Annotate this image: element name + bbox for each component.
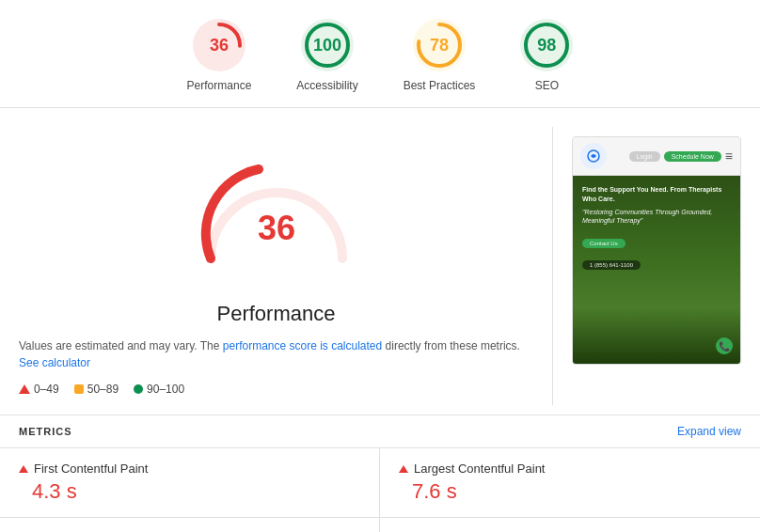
score-value-accessibility: 100 (313, 36, 341, 55)
legend-circle-green (134, 384, 143, 394)
perf-score-link[interactable]: performance score is calculated (223, 339, 382, 352)
metric-lcp: Largest Contentful Paint 7.6 s (380, 448, 760, 518)
score-label-seo: SEO (535, 79, 559, 92)
metric-fcp-name: First Contentful Paint (34, 462, 148, 476)
score-value-best-practices: 78 (430, 36, 449, 55)
metric-fcp-header: First Contentful Paint (19, 462, 360, 476)
metric-cls: Cumulative Layout Shift 0 (380, 518, 760, 532)
metrics-section: METRICS Expand view First Contentful Pai… (0, 415, 760, 532)
score-circle-accessibility: 100 (301, 19, 354, 71)
performance-description: Values are estimated and may vary. The p… (19, 337, 533, 371)
expand-view-button[interactable]: Expand view (677, 425, 741, 438)
legend-item-high: 90–100 (134, 383, 184, 396)
score-card-best-practices[interactable]: 78 Best Practices (404, 19, 476, 92)
nav-schedule: Schedule Now (664, 151, 721, 162)
svg-text:36: 36 (257, 209, 294, 247)
metric-lcp-value: 7.6 s (412, 479, 741, 504)
nav-login: Login (629, 151, 660, 162)
calculator-link[interactable]: See calculator (19, 356, 90, 369)
legend-range-mid: 50–89 (87, 383, 119, 396)
screenshot-nav: Login Schedule Now ≡ (629, 149, 733, 164)
score-value-seo: 98 (537, 36, 556, 55)
overlay-quote: "Restoring Communities Through Grounded,… (582, 208, 731, 225)
metrics-header: METRICS Expand view (0, 415, 760, 447)
main-content: 36 Performance Values are estimated and … (0, 108, 760, 405)
gauge-container: 36 (19, 136, 533, 287)
metric-tbt: Total Blocking Time 1,790 ms (0, 518, 380, 532)
score-label-accessibility: Accessibility (296, 79, 357, 92)
score-cards-row: 36 Performance 100 Accessibility 78 Best… (0, 0, 760, 108)
score-value-performance: 36 (210, 36, 229, 55)
score-circle-best-practices: 78 (413, 19, 466, 71)
site-logo (580, 143, 607, 169)
metric-lcp-icon (399, 465, 408, 473)
metric-lcp-header: Largest Contentful Paint (399, 462, 741, 476)
overlay-cta: Contact Us (582, 239, 625, 248)
legend-item-low: 0–49 (19, 383, 59, 396)
metric-fcp: First Contentful Paint 4.3 s (0, 448, 380, 518)
metrics-title: METRICS (19, 426, 72, 437)
screenshot-image: Find the Support You Need. From Therapis… (573, 176, 740, 364)
legend-triangle-red (19, 384, 30, 394)
performance-title: Performance (19, 302, 533, 326)
legend-range-low: 0–49 (34, 383, 59, 396)
score-label-best-practices: Best Practices (404, 79, 476, 92)
metric-fcp-icon (19, 465, 28, 473)
phone-float-icon: 📞 (716, 337, 733, 354)
right-panel: Login Schedule Now ≡ Find the Support Yo… (553, 127, 760, 405)
score-circle-performance: 36 (193, 19, 245, 71)
overlay-title: Find the Support You Need. From Therapis… (582, 185, 731, 204)
metrics-grid: First Contentful Paint 4.3 s Largest Con… (0, 447, 760, 532)
metric-lcp-name: Largest Contentful Paint (414, 462, 545, 476)
metric-fcp-value: 4.3 s (32, 479, 360, 504)
legend-item-mid: 50–89 (74, 383, 119, 396)
screenshot-header: Login Schedule Now ≡ (573, 137, 740, 176)
overlay-phone: 1 (855) 641-1100 (582, 260, 641, 270)
gauge-svg: 36 (192, 136, 361, 287)
hamburger-icon: ≡ (725, 149, 733, 164)
score-card-performance[interactable]: 36 Performance (187, 19, 252, 92)
legend-range-high: 90–100 (147, 383, 184, 396)
legend: 0–49 50–89 90–100 (19, 383, 533, 396)
score-card-seo[interactable]: 98 SEO (520, 19, 573, 92)
site-screenshot: Login Schedule Now ≡ Find the Support Yo… (572, 136, 741, 365)
score-label-performance: Performance (187, 79, 252, 92)
left-panel: 36 Performance Values are estimated and … (0, 127, 553, 405)
score-circle-seo: 98 (520, 19, 573, 71)
legend-square-orange (74, 384, 84, 394)
screenshot-overlay: Find the Support You Need. From Therapis… (582, 185, 731, 271)
score-card-accessibility[interactable]: 100 Accessibility (296, 19, 357, 92)
